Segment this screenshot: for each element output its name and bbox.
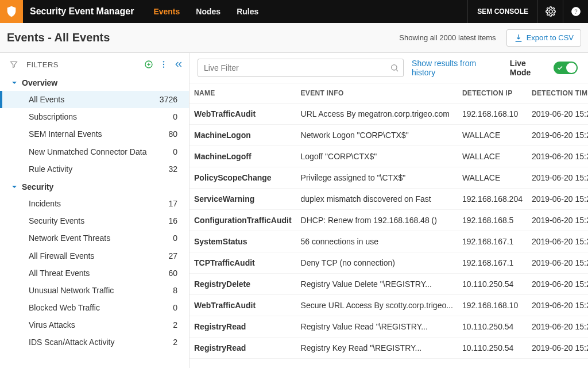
cell-detection-time: 2019-06-20 15:23:47	[527, 295, 588, 316]
table-row[interactable]: WebTrafficAuditSecure URL Access By scot…	[189, 295, 588, 316]
section-header-overview[interactable]: Overview	[0, 74, 189, 91]
live-mode-toggle[interactable]	[554, 62, 578, 74]
sidebar-item[interactable]: All Firewall Events27	[0, 247, 189, 264]
cell-detection-ip: 10.110.250.54	[458, 338, 527, 359]
sidebar-item-count: 0	[173, 112, 177, 122]
page-header: Events - All Events Showing all 2000 lat…	[0, 23, 588, 53]
sidebar-item[interactable]: SEM Internal Events80	[0, 125, 189, 143]
filters-label: FILTERS	[26, 60, 144, 69]
add-filter-icon[interactable]	[144, 60, 153, 69]
cell-detection-time: 2019-06-20 15:24:01	[527, 146, 588, 167]
sidebar-item-label: New Unmatched Connector Data	[29, 147, 173, 157]
sidebar-item-label: Blocked Web Traffic	[29, 302, 173, 313]
table-row[interactable]: TCPTrafficAuditDeny TCP (no connection)1…	[189, 252, 588, 274]
sidebar-item-label: Security Events	[29, 216, 168, 226]
svg-point-4	[163, 64, 164, 65]
column-header[interactable]: EVENT INFO	[296, 83, 458, 103]
export-icon	[514, 33, 523, 43]
cell-event-info: DHCP: Renew from 192.168.168.48 ()	[296, 210, 458, 231]
cell-detection-time: 2019-06-20 15:23:55	[527, 210, 588, 231]
filters-header: FILTERS	[0, 56, 189, 74]
table-row[interactable]: MachineLogoffLogoff "CORP\CTX$"WALLACE20…	[189, 146, 588, 167]
cell-detection-time: 2019-06-20 15:23:59	[527, 189, 588, 210]
sidebar-item[interactable]: Incidents17	[0, 195, 189, 212]
table-row[interactable]: SystemStatus56 connections in use192.168…	[189, 231, 588, 252]
table-row[interactable]: MachineLogonNetwork Logon "CORP\CTX$"WAL…	[189, 125, 588, 146]
table-row[interactable]: WebTrafficAuditURL Access By megatron.co…	[189, 103, 588, 125]
top-bar: Security Event Manager EventsNodesRules …	[0, 0, 588, 23]
collapse-sidebar-icon[interactable]	[174, 60, 183, 69]
live-mode-label: Live Mode	[510, 59, 549, 77]
sidebar-item[interactable]: Unusual Network Traffic8	[0, 282, 189, 299]
filter-bar: Show results from history Live Mode	[189, 53, 588, 83]
nav-item-rules[interactable]: Rules	[229, 0, 266, 23]
sidebar-item[interactable]: All Events3726	[0, 91, 189, 108]
cell-event-info: 56 connections in use	[296, 231, 458, 252]
sem-console-button[interactable]: SEM CONSOLE	[467, 0, 537, 23]
sidebar-item[interactable]: Virus Attacks2	[0, 316, 189, 334]
table-row[interactable]: ServiceWarningduplex mismatch discovered…	[189, 189, 588, 210]
sidebar: FILTERS OverviewAll Events3726Subscripti…	[0, 53, 189, 368]
more-options-icon[interactable]	[159, 60, 168, 69]
column-header[interactable]: DETECTION TIME	[527, 83, 588, 103]
cell-name: RegistryDelete	[189, 274, 296, 295]
column-header[interactable]: DETECTION IP	[458, 83, 527, 103]
nav-item-nodes[interactable]: Nodes	[188, 0, 229, 23]
cell-event-info: Logoff "CORP\CTX$"	[296, 146, 458, 167]
cell-event-info: Privilege assigned to "\CTX$"	[296, 167, 458, 189]
export-csv-button[interactable]: Export to CSV	[506, 29, 581, 47]
cell-name: RegistryRead	[189, 338, 296, 359]
cell-detection-ip: 192.168.167.1	[458, 231, 527, 252]
app-title: Security Event Manager	[30, 6, 134, 17]
nav-item-events[interactable]: Events	[145, 0, 188, 23]
table-row[interactable]: RegistryReadRegistry Key Read "\REGISTRY…	[189, 338, 588, 359]
live-filter-input[interactable]	[198, 59, 404, 77]
section-header-security[interactable]: Security	[0, 178, 189, 195]
sidebar-item[interactable]: New Unmatched Connector Data0	[0, 143, 189, 160]
sidebar-item[interactable]: Network Event Threats0	[0, 229, 189, 247]
cell-detection-time: 2019-06-20 15:23:53	[527, 274, 588, 295]
cell-name: RegistryRead	[189, 316, 296, 338]
page-title: Events - All Events	[7, 31, 110, 44]
sidebar-item[interactable]: Blocked Web Traffic0	[0, 299, 189, 316]
table-row[interactable]: RegistryDeleteRegistry Value Delete "\RE…	[189, 274, 588, 295]
column-header[interactable]: NAME	[189, 83, 296, 103]
show-history-link[interactable]: Show results from history	[412, 59, 502, 77]
search-icon	[390, 63, 399, 72]
cell-event-info: Secure URL Access By scotty.corp.trigeo.…	[296, 295, 458, 316]
sidebar-item-count: 0	[173, 233, 177, 243]
sidebar-item-label: All Events	[29, 94, 160, 105]
checkmark-icon	[556, 64, 563, 71]
table-row[interactable]: ConfigurationTrafficAuditDHCP: Renew fro…	[189, 210, 588, 231]
cell-detection-ip: 192.168.167.1	[458, 252, 527, 274]
cell-detection-ip: WALLACE	[458, 146, 527, 167]
help-button[interactable]: ?	[563, 0, 588, 23]
shield-icon	[5, 5, 18, 18]
cell-event-info: duplex mismatch discovered on Fast	[296, 189, 458, 210]
table-row[interactable]: RegistryReadRegistry Value Read "\REGIST…	[189, 316, 588, 338]
events-table-wrap[interactable]: NAMEEVENT INFODETECTION IPDETECTION TIME…	[189, 83, 588, 368]
sidebar-item[interactable]: Rule Activity32	[0, 160, 189, 178]
cell-name: TCPTrafficAudit	[189, 252, 296, 274]
content-area: Show results from history Live Mode NAME…	[189, 53, 588, 368]
sidebar-item-label: All Firewall Events	[29, 251, 168, 261]
cell-detection-time: 2019-06-20 15:24:01	[527, 103, 588, 125]
table-row[interactable]: PolicyScopeChangePrivilege assigned to "…	[189, 167, 588, 189]
live-mode-control: Live Mode	[510, 59, 578, 77]
sidebar-item-count: 0	[173, 147, 177, 157]
settings-button[interactable]	[537, 0, 563, 23]
cell-event-info: Deny TCP (no connection)	[296, 252, 458, 274]
sidebar-item[interactable]: IDS Scan/Attack Activity2	[0, 334, 189, 351]
cell-detection-time: 2019-06-20 15:23:46	[527, 316, 588, 338]
sidebar-item-count: 3726	[160, 94, 177, 105]
showing-count: Showing all 2000 latest items	[399, 33, 496, 42]
sidebar-item[interactable]: All Threat Events60	[0, 264, 189, 282]
sidebar-item[interactable]: Subscriptions0	[0, 108, 189, 125]
sidebar-item-label: Incidents	[29, 198, 168, 209]
sidebar-item[interactable]: Security Events16	[0, 212, 189, 229]
svg-text:?: ?	[574, 8, 577, 15]
sidebar-item-label: Subscriptions	[29, 112, 173, 122]
main-nav: EventsNodesRules	[145, 0, 266, 23]
cell-detection-time: 2019-06-20 15:23:46	[527, 338, 588, 359]
main-area: FILTERS OverviewAll Events3726Subscripti…	[0, 53, 588, 368]
